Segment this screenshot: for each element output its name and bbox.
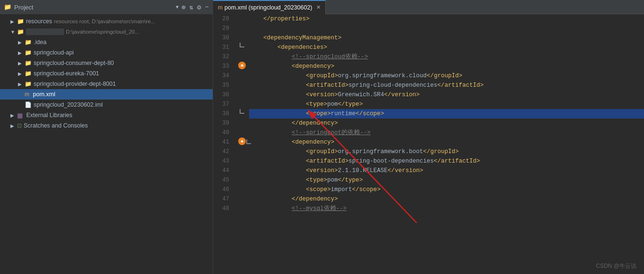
editor-area: m pom.xml (springcloud_20230602) ✕ 28 29… [213,0,644,274]
folder-icon-idea: 📁 [25,39,32,46]
tree-item-provider[interactable]: ▶ 📁 springcloud-provider-dept-8001 [0,79,213,89]
minimize-icon[interactable]: − [205,3,209,11]
ln-29: 29 [213,24,233,33]
arrow-resources: ▶ [10,19,17,24]
ln-45: 45 [213,175,233,185]
folder-icon-consumer: 📁 [25,60,32,66]
gutter-area: ✱ ✱ [237,14,247,274]
tab-close-button[interactable]: ✕ [316,4,321,10]
label-idea: .idea [34,39,46,46]
tree-item-iml[interactable]: 📄 springcloud_20230602.iml [0,100,213,110]
arrow-project-root: ▼ [10,29,17,35]
code-content: 28 29 30 31 32 33 34 35 36 37 38 39 40 4… [213,14,644,274]
label-api: springcloud-api [34,49,74,56]
code-line-29 [249,24,644,33]
tree-item-api[interactable]: ▶ 📁 springcloud-api [0,47,213,58]
scratch-icon: ⊡ [17,122,22,129]
folder-icon-api: 📁 [25,49,32,56]
arrow-eureka: ▶ [18,71,25,76]
code-line-44: <version>2.1.10.RELEASE</version> [249,166,644,175]
tree-item-pom-xml[interactable]: m pom.xml [0,89,213,100]
ln-48: 48 [213,204,233,213]
project-folder-icon: 📁 [4,3,11,11]
code-line-34: <groupId>org.springframework.cloud</grou… [249,71,644,81]
line-numbers: 28 29 30 31 32 33 34 35 36 37 38 39 40 4… [213,14,237,274]
ln-38: 38 [213,109,233,119]
ln-28: 28 [213,14,233,24]
add-icon[interactable]: ⊕ [181,3,185,11]
ln-35: 35 [213,81,233,90]
project-dropdown-arrow[interactable]: ▼ [176,5,179,10]
secondary-resources: resources root, D:\javahome\src\main\re.… [54,18,155,24]
arrow-scratches: ▶ [10,123,17,128]
label-ext-libs: External Libraries [25,112,72,119]
arrow-ext: ▶ [10,113,17,118]
sync-icon[interactable]: ⇅ [189,3,193,11]
code-line-35: <artifactId>spring-cloud-dependencies</a… [249,81,644,90]
tree-item-idea[interactable]: ▶ 📁 .idea [0,37,213,47]
gutter-marker-31 [240,43,244,47]
code-line-36: <version>Greenwich.SR4</version> [249,90,644,100]
arrow-iml [18,102,25,108]
ln-43: 43 [213,156,233,166]
ln-31: 31 [213,43,233,52]
code-line-38: <scope>runtime</scope> [249,109,644,119]
tree-item-consumer[interactable]: ▶ 📁 springcloud-consumer-dept-80 [0,58,213,68]
folder-icon-provider: 📁 [25,81,32,87]
code-line-40: <!--springboot的依赖--> [249,128,644,137]
project-tree: ▶ 📁 resources resources root, D:\javahom… [0,14,213,274]
code-line-33: <dependency> [249,62,644,71]
arrow-pom [18,92,25,97]
code-line-39: </dependency> [249,119,644,128]
code-line-43: <artifactId>spring-boot-dependencies</ar… [249,156,644,166]
label-iml: springcloud_20230602.iml [34,101,103,108]
label-scratches: Scratches and Consoles [24,122,88,129]
gutter-marker-41b [246,139,251,144]
tree-item-ext-libs[interactable]: ▶ ▦ External Libraries [0,110,213,120]
tab-file-icon: m [218,4,223,11]
code-line-47: </dependency> [249,194,644,204]
ln-42: 42 [213,147,233,156]
tab-pom-xml[interactable]: m pom.xml (springcloud_20230602) ✕ [213,0,326,14]
secondary-root: D:\javahome\springcloud_20... [66,29,139,35]
ln-37: 37 [213,100,233,109]
ln-34: 34 [213,71,233,81]
code-line-48: <!--mysql依赖--> [249,204,644,213]
sidebar: 📁 Project ▼ ⊕ ⇅ ⚙ − ▶ 📁 resources resour… [0,0,213,274]
tree-item-eureka[interactable]: ▶ 📁 springcloud-eureka-7001 [0,68,213,79]
ln-40: 40 [213,128,233,137]
sidebar-header: 📁 Project ▼ ⊕ ⇅ ⚙ − [0,0,213,14]
ln-47: 47 [213,194,233,204]
code-editor[interactable]: 28 29 30 31 32 33 34 35 36 37 38 39 40 4… [213,14,644,274]
code-line-30: <dependencyManagement> [249,33,644,43]
gutter-marker-41a: ✱ [238,137,246,145]
ln-44: 44 [213,166,233,175]
tree-item-project-root[interactable]: ▼ 📁 D:\javahome\springcloud_20... [0,27,213,37]
tab-bar: m pom.xml (springcloud_20230602) ✕ [213,0,644,14]
code-line-41: <dependency> [249,137,644,147]
label-consumer: springcloud-consumer-dept-80 [34,60,114,66]
ext-lib-icon: ▦ [17,112,23,119]
arrow-consumer: ▶ [18,61,25,66]
tree-item-scratches[interactable]: ▶ ⊡ Scratches and Consoles [0,120,213,131]
gutter-marker-33: ✱ [238,62,246,69]
ln-33: 33 [213,62,233,71]
label-eureka: springcloud-eureka-7001 [34,70,99,77]
ln-36: 36 [213,90,233,100]
label-pom-xml: pom.xml [31,91,55,98]
code-lines: </properties> <dependencyManagement> <de… [247,14,644,274]
sidebar-header-icons: ⊕ ⇅ ⚙ − [181,3,209,11]
arrow-idea: ▶ [18,40,25,45]
tree-item-resources[interactable]: ▶ 📁 resources resources root, D:\javahom… [0,16,213,27]
code-line-37: <type>pom</type> [249,100,644,109]
ln-46: 46 [213,185,233,194]
folder-icon-resources: 📁 [17,18,24,25]
sidebar-title: Project [14,4,173,11]
settings-icon[interactable]: ⚙ [197,3,201,11]
tab-label: pom.xml (springcloud_20230602) [224,4,313,11]
file-icon-xml: m [25,91,29,98]
ln-32: 32 [213,52,233,62]
arrow-provider: ▶ [18,82,25,87]
code-line-31: <dependencies> [249,43,644,52]
folder-icon-root: 📁 [17,28,24,35]
